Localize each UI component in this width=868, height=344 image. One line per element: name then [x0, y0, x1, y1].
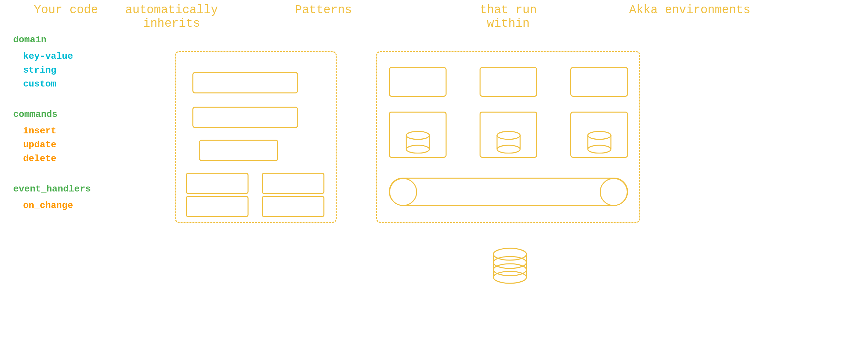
svg-rect-1 — [406, 135, 429, 149]
pattern-rect-1 — [192, 72, 298, 93]
cylinder-icon-2 — [495, 130, 522, 154]
queue-left-cap — [389, 178, 417, 206]
page-container: Your code automatically inherits Pattern… — [0, 0, 868, 344]
service-box-6 — [570, 112, 628, 158]
header-within: within — [487, 17, 530, 30]
header-that-run: that run within — [456, 3, 561, 30]
code-commands: commands — [13, 107, 112, 122]
header-akka-environments: Akka environments — [574, 3, 805, 17]
header-automatically-inherits: automatically inherits — [119, 3, 224, 30]
code-custom: custom — [23, 77, 112, 91]
pattern-rect-6 — [186, 196, 249, 217]
pattern-rect-4 — [186, 173, 249, 194]
code-delete: delete — [23, 152, 112, 166]
service-box-2 — [479, 67, 537, 97]
pattern-rect-7 — [262, 196, 324, 217]
queue-right-cap — [600, 178, 628, 206]
code-domain: domain — [13, 33, 112, 47]
svg-rect-6 — [497, 135, 520, 149]
svg-point-19 — [493, 264, 526, 276]
svg-point-14 — [588, 145, 611, 153]
queue-pipe — [389, 178, 628, 206]
svg-point-5 — [497, 131, 520, 139]
pattern-rect-2 — [192, 106, 298, 128]
akka-environments-box — [376, 51, 640, 223]
header-patterns: Patterns — [238, 3, 409, 17]
code-gap-2 — [13, 166, 112, 182]
svg-point-9 — [497, 145, 520, 153]
code-domain-types: key-value string custom — [13, 50, 112, 91]
svg-rect-11 — [588, 135, 611, 149]
pattern-rect-5 — [262, 173, 324, 194]
cylinder-icon-3 — [586, 130, 613, 154]
code-insert: insert — [23, 124, 112, 138]
svg-point-18 — [493, 256, 526, 269]
svg-point-4 — [406, 145, 429, 153]
service-box-1 — [389, 67, 446, 97]
service-box-5 — [479, 112, 537, 158]
code-commands-list: insert update delete — [13, 124, 112, 166]
code-event-list: on_change — [13, 199, 112, 213]
pattern-rect-3 — [199, 139, 278, 161]
cylinder-icon-1 — [405, 130, 431, 154]
service-box-3 — [570, 67, 628, 97]
code-gap-1 — [13, 91, 112, 107]
standalone-cylinder-icon — [492, 248, 528, 287]
standalone-cylinder — [492, 248, 528, 289]
code-on-change: on_change — [23, 199, 112, 213]
header-that-run-line1: that run — [480, 3, 537, 17]
patterns-box — [175, 51, 337, 223]
header-automatically: automatically — [125, 3, 218, 17]
svg-point-10 — [588, 131, 611, 139]
service-box-4 — [389, 112, 446, 158]
code-update: update — [23, 138, 112, 152]
header-your-code: Your code — [13, 3, 119, 17]
svg-point-0 — [406, 131, 429, 139]
code-event-handlers: event_handlers — [13, 182, 112, 196]
code-section: domain key-value string custom commands … — [13, 33, 112, 213]
code-string: string — [23, 63, 112, 77]
code-kv: key-value — [23, 50, 112, 63]
header-inherits: inherits — [143, 17, 200, 30]
svg-point-20 — [493, 271, 526, 283]
